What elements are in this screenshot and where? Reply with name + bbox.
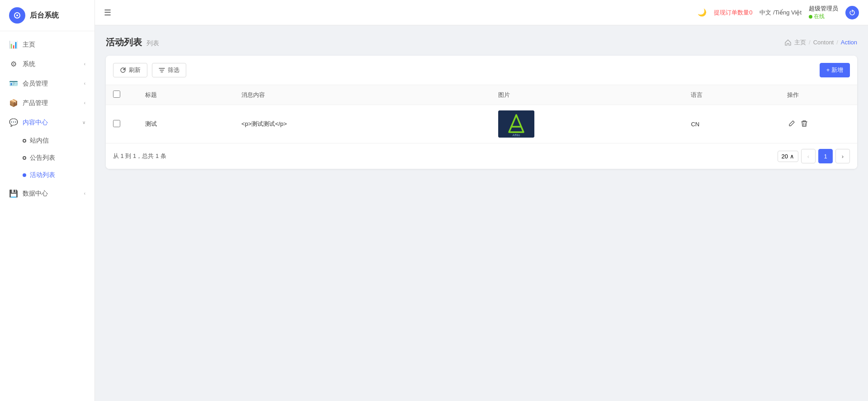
chevron-right-icon: ‹ [84,100,85,105]
row-select-checkbox[interactable] [113,120,120,127]
sidebar-item-members[interactable]: 🪪 会员管理 ‹ [0,74,94,93]
language-selector[interactable]: 中文 /Tiếng Việt [760,9,802,17]
chevron-right-icon: ‹ [84,81,85,86]
pagination-info: 从 1 到 1，总共 1 条 [113,152,166,160]
row-lang-cell: CN [684,105,780,143]
data-icon: 💾 [9,189,18,198]
header: ☰ 🌙 提现订单数量0 中文 /Tiếng Việt 超级管理员 在线 [95,0,868,25]
notify-orders-button[interactable]: 提现订单数量0 [714,9,752,17]
new-item-button[interactable]: + 新增 [820,63,850,77]
row-thumbnail: Affilio [498,110,534,138]
action-buttons [787,119,850,129]
refresh-button[interactable]: 刷新 [113,63,147,77]
sidebar-item-label: 会员管理 [23,80,80,88]
table-header-image: 图片 [491,85,684,105]
chevron-right-icon: ‹ [84,62,85,67]
app-title: 后台系统 [30,11,59,20]
sidebar-menu: 📊 主页 ⚙ 系统 ‹ 🪪 会员管理 ‹ 📦 产品管理 ‹ 💬 内容中心 ∨ 站… [0,31,94,401]
dark-mode-button[interactable]: 🌙 [698,8,707,17]
members-icon: 🪪 [9,79,18,88]
breadcrumb-sep2: / [836,39,838,46]
sidebar-item-label: 活动列表 [30,171,55,179]
table-footer: 从 1 到 1，总共 1 条 20 ∧ ‹ 1 › [106,143,857,169]
table-header-lang: 语言 [684,85,780,105]
sidebar-item-home[interactable]: 📊 主页 [0,35,94,54]
svg-text:Affilio: Affilio [513,134,520,137]
breadcrumb-contont[interactable]: Contont [813,39,834,46]
page-content: 活动列表 列表 主页 / Contont / Action [95,25,868,401]
online-text: 在线 [814,13,825,20]
select-all-checkbox[interactable] [113,91,120,98]
table-header-content: 消息内容 [234,85,491,105]
page-header: 活动列表 列表 主页 / Contont / Action [106,36,857,48]
refresh-icon [120,67,126,73]
data-table: 标题 消息内容 图片 语言 操作 [106,85,857,143]
breadcrumb-sep1: / [809,39,811,46]
dot-icon [23,139,26,143]
sidebar-item-system[interactable]: ⚙ 系统 ‹ [0,54,94,74]
page-size-select[interactable]: 20 ∧ [778,151,798,162]
breadcrumb-current: Action [841,39,857,46]
row-action-cell [780,105,857,143]
chevron-down-icon: ∨ [82,120,85,125]
filter-icon [159,67,165,73]
main-area: ☰ 🌙 提现订单数量0 中文 /Tiếng Việt 超级管理员 在线 活动列表 [95,0,868,401]
row-title-cell: 测试 [138,105,234,143]
filter-button[interactable]: 筛选 [152,63,186,77]
row-checkbox-cell [106,105,138,143]
sidebar-item-products[interactable]: 📦 产品管理 ‹ [0,93,94,113]
pagination: 20 ∧ ‹ 1 › [778,149,850,163]
breadcrumb: 主页 / Contont / Action [785,38,857,47]
content-icon: 💬 [9,118,18,127]
username-label: 超级管理员 [809,5,838,13]
menu-toggle-button[interactable]: ☰ [104,8,111,18]
delete-button[interactable] [800,119,809,129]
chevron-down-icon: ∧ [790,153,794,160]
row-content-cell: <p>测试测试</p> [234,105,491,143]
svg-point-2 [16,14,18,16]
logo-icon [9,7,25,24]
sidebar-item-label: 内容中心 [23,119,78,127]
online-dot-icon [809,15,812,19]
chevron-right-icon: ‹ [84,191,85,196]
page-subtitle: 列表 [146,39,159,48]
affilio-logo: Affilio [498,110,534,138]
sidebar-item-announcements[interactable]: 公告列表 [0,149,94,167]
sidebar-logo[interactable]: 后台系统 [0,0,94,31]
breadcrumb-home[interactable]: 主页 [785,38,806,47]
sidebar-item-label: 主页 [23,41,85,49]
row-image-cell: Affilio [491,105,684,143]
page-title: 活动列表 [106,36,142,48]
sidebar-item-label: 产品管理 [23,99,80,107]
dot-icon [23,156,26,160]
sidebar-item-data[interactable]: 💾 数据中心 ‹ [0,184,94,203]
system-icon: ⚙ [9,60,18,68]
online-status: 在线 [809,13,838,20]
dot-icon [23,173,26,177]
table-header-action: 操作 [780,85,857,105]
home-icon: 📊 [9,40,18,49]
content-submenu: 站内信 公告列表 活动列表 [0,132,94,184]
table-card: 刷新 筛选 + 新增 [106,56,857,169]
user-profile[interactable]: 超级管理员 在线 [809,5,838,20]
table-header-title: 标题 [138,85,234,105]
table-row: 测试 <p>测试测试</p> [106,105,857,143]
sidebar-item-inbox[interactable]: 站内信 [0,132,94,149]
page-title-area: 活动列表 列表 [106,36,159,48]
table-toolbar: 刷新 筛选 + 新增 [106,56,857,85]
sidebar-item-label: 公告列表 [30,154,55,162]
page-1-button[interactable]: 1 [818,149,833,163]
products-icon: 📦 [9,99,18,107]
sidebar: 后台系统 📊 主页 ⚙ 系统 ‹ 🪪 会员管理 ‹ 📦 产品管理 ‹ 💬 内容中… [0,0,95,401]
next-page-button[interactable]: › [835,149,850,163]
edit-button[interactable] [787,119,796,129]
table-header-checkbox [106,85,138,105]
prev-page-button[interactable]: ‹ [801,149,816,163]
sidebar-item-label: 数据中心 [23,190,80,198]
sidebar-item-label: 站内信 [30,137,49,145]
sidebar-item-label: 系统 [23,60,80,68]
sidebar-item-activities[interactable]: 活动列表 [0,167,94,184]
sidebar-item-content[interactable]: 💬 内容中心 ∨ [0,113,94,132]
power-button[interactable] [845,6,859,19]
